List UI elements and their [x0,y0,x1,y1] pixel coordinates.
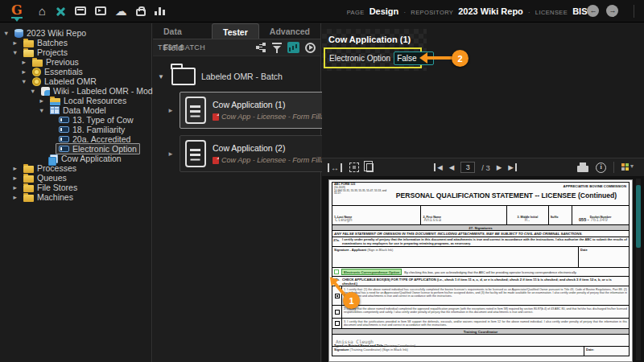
expander-icon[interactable] [12,175,20,182]
database-icon [14,29,23,38]
stats-toggle-icon[interactable] [287,42,299,53]
expander-icon[interactable] [3,30,11,37]
applicant-signature-label: Signature - Applicant (Sign in Black Ink… [332,247,579,267]
tc-date-label: Date: [584,347,629,356]
signatures-section-header: 27. Signatures [332,225,629,231]
panel-tabs: Data Field Tester Advanced [153,23,320,39]
expander-icon[interactable] [12,165,20,172]
electronic-option-checkbox [334,269,339,274]
tested-document-title: Cow Application (1) [328,35,411,44]
form-number-block: ABC FORM 123 (10-2019) 10 6HJ 55.31, 55.… [334,183,390,195]
jobs-icon[interactable] [136,9,146,16]
test-batch-tree: ▼ Labeled OMR - Batch ► Cow Application … [153,56,320,172]
tasks-icon[interactable] [95,6,106,15]
expander-icon[interactable]: ► [167,107,175,114]
expander-icon[interactable] [12,49,20,56]
scrollbar-thumb[interactable] [636,185,641,248]
project-icon [32,77,41,86]
commission-name: APPRECIATIVE BOVINE COMMISSION [564,184,626,188]
field-label: Electronic Option [329,54,390,63]
app-window: G ⌂ ☁ PAGE Design · REPOSITORY 2023 Wiki… [0,0,644,362]
tester-panel: Data Field Tester Advanced TEST BATCH ▼ … [153,23,321,362]
forward-button[interactable]: → [606,5,618,17]
form-title: PERSONAL QUALIFICATION STATEMENT -- LICE… [389,191,624,200]
filter-icon[interactable] [272,43,282,53]
licensee-label: LICENSEE [535,9,568,16]
expander-icon[interactable] [30,88,38,95]
expander-icon[interactable]: ► [167,150,175,158]
tab-advanced[interactable]: Advanced [259,23,320,39]
copy-pages-icon[interactable] [366,163,374,172]
expander-icon[interactable] [39,97,47,105]
divider [613,162,614,173]
certify-item-1-text: 1. I certify that: (1) the above named i… [342,286,629,305]
page-label: PAGE [347,9,365,16]
document-viewer: ABC FORM 123 (10-2019) 10 6HJ 55.31, 55.… [322,177,644,362]
expander-icon[interactable]: ▼ [158,73,164,80]
home-icon[interactable]: ⌂ [39,5,46,17]
first-page-button[interactable]: ◀ [434,163,443,171]
imports-icon[interactable]: ☁ [115,6,127,17]
extraction-results-panel: Cow Application (1) Electronic Option 2 … [322,23,644,362]
batch-folder-icon [171,68,196,85]
expander-icon[interactable] [12,184,20,191]
separator-dot: · [403,8,406,16]
callout-arrow-line [427,56,453,60]
previous-page-button[interactable]: ◀ [449,163,455,171]
content-model-icon [41,87,50,96]
design-tools-icon[interactable] [55,6,66,17]
expander-icon[interactable] [21,78,29,85]
tab-data-field[interactable]: Data Field [153,23,212,39]
last-page-button[interactable]: ▶ [508,163,517,171]
training-coordinator-header: Training Coordinator [332,329,629,335]
repository-value[interactable]: 2023 Wiki Repo [458,6,523,16]
date-label: Date [579,247,629,267]
electronic-correspondence-label: Electronic Correspondence Option [341,269,402,275]
expander-icon[interactable] [12,39,20,47]
viewer-scrollbar[interactable] [636,179,641,360]
folder-icon [23,185,34,192]
tree-item-repo[interactable]: 2023 Wiki Repo [0,28,151,38]
pdf-icon [213,113,219,121]
print-icon[interactable] [577,166,588,172]
page-number-input[interactable] [460,162,475,173]
batch-folder-label: Labeled OMR - Batch [201,72,283,81]
highlighted-field-row: Electronic Option [324,47,422,68]
first-name-value: Anissa [423,216,441,222]
certify-item-2-text: 2. I certify that the above named indivi… [342,306,629,318]
tree-item-machines[interactable]: Machines [0,192,151,202]
folder-icon [23,166,34,173]
certify-item-3-text: 3. I certify that the justifications pro… [342,319,629,328]
region-select-icon[interactable] [349,162,359,172]
fit-width-icon[interactable]: ↔ [328,163,342,172]
data-field-icon [59,126,69,133]
view-options-icon[interactable] [621,163,630,171]
top-bar-actions: ← → ↻ ↓ ↑ ? [587,5,644,18]
expander-icon[interactable] [21,68,29,76]
batch-hierarchy-icon[interactable] [256,43,266,53]
test-batch-label: TEST BATCH [158,43,205,51]
batch-folder-row[interactable]: ▼ Labeled OMR - Batch [158,68,320,85]
page-value[interactable]: Design [369,6,399,16]
folder-icon [32,60,43,67]
type-2-checkbox [335,310,340,315]
expander-icon[interactable] [12,194,20,201]
tab-tester[interactable]: Tester [212,23,259,39]
batches-icon[interactable] [75,6,86,15]
tree-item-processes[interactable]: Processes [0,163,151,173]
info-icon[interactable]: i [596,162,606,173]
expander-icon[interactable] [21,59,29,66]
stats-icon[interactable] [155,6,166,15]
electronic-correspondence-text: By checking this box, you are acknowledg… [404,270,576,274]
next-page-button[interactable]: ▶ [497,163,502,171]
tree-item-batches[interactable]: Batches [0,38,151,47]
back-button[interactable]: ← [587,5,599,17]
item-27a-text: I certify under penalty of perjury that … [341,237,629,246]
page-navigation: ◀ ◀ / 3 ▶ ▶ [434,162,517,173]
divider [634,5,634,18]
run-test-icon[interactable] [305,43,316,53]
data-field-icon [59,146,69,152]
licensee-value[interactable]: BIS [572,6,587,16]
expander-icon[interactable] [39,107,47,114]
item-27a-number: 27a. [332,237,341,246]
